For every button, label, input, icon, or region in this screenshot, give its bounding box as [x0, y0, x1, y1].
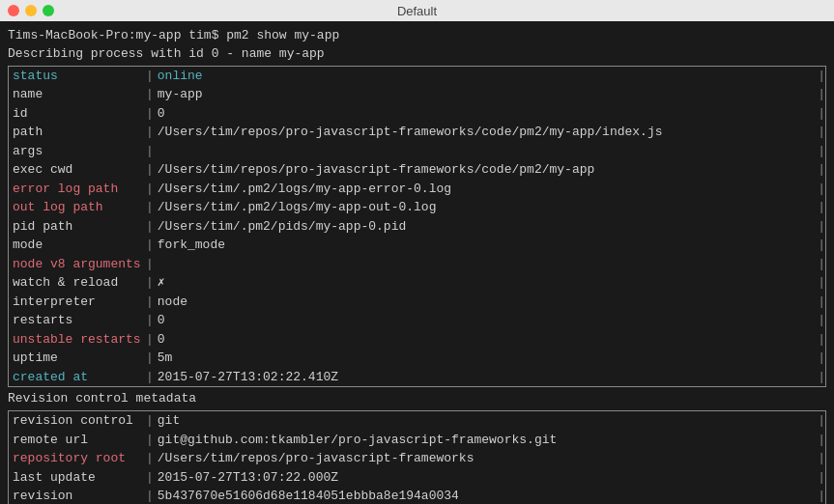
row-separator: |	[142, 85, 158, 104]
row-value: /Users/tim/repos/pro-javascript-framewor…	[158, 160, 818, 180]
window-controls	[8, 5, 54, 16]
right-pipe: |	[818, 160, 825, 180]
right-pipe: |	[818, 142, 825, 161]
row-value: 5b437670e51606d68e1184051ebbba8e194a0034	[158, 487, 818, 504]
title-bar: Default	[0, 0, 834, 21]
right-pipe: |	[818, 180, 825, 199]
table-row: created at| 2015-07-27T13:02:22.410Z |	[9, 368, 825, 387]
row-value: /Users/tim/.pm2/pids/my-app-0.pid	[158, 217, 818, 237]
row-separator: |	[142, 236, 158, 255]
row-separator: |	[142, 411, 158, 431]
row-value: 0	[158, 104, 818, 124]
row-separator: |	[142, 255, 158, 274]
row-key: id	[9, 104, 142, 124]
right-pipe: |	[818, 349, 825, 368]
row-key: created at	[9, 368, 142, 387]
table-row: mode| fork_mode |	[9, 236, 825, 255]
row-separator: |	[142, 468, 158, 488]
table-row: status| online |	[9, 67, 825, 86]
row-value: ✗	[158, 273, 818, 293]
row-separator: |	[142, 449, 158, 468]
row-separator: |	[142, 217, 158, 237]
right-pipe: |	[818, 449, 825, 468]
table-row: repository root| /Users/tim/repos/pro-ja…	[9, 449, 825, 468]
terminal-window: Default Tims-MacBook-Pro:my-app tim$ pm2…	[0, 0, 834, 504]
right-pipe: |	[818, 255, 825, 274]
window-title: Default	[397, 4, 437, 18]
row-key: uptime	[9, 349, 142, 368]
row-key: revision control	[9, 411, 142, 431]
row-value	[158, 255, 818, 274]
row-separator: |	[142, 273, 158, 293]
row-key: revision	[9, 487, 142, 504]
row-key: status	[9, 67, 142, 86]
right-pipe: |	[818, 468, 825, 488]
row-separator: |	[142, 330, 158, 350]
right-pipe: |	[818, 123, 825, 142]
minimize-button[interactable]	[25, 5, 37, 16]
table-row: name| my-app |	[9, 85, 825, 104]
row-value: /Users/tim/.pm2/logs/my-app-out-0.log	[158, 198, 818, 217]
table-row: pid path| /Users/tim/.pm2/pids/my-app-0.…	[9, 217, 825, 237]
row-value: 0	[158, 311, 818, 330]
row-separator: |	[142, 293, 158, 312]
row-value: 2015-07-27T13:07:22.000Z	[158, 468, 818, 488]
row-key: args	[9, 142, 142, 161]
table-row: unstable restarts| 0 |	[9, 330, 825, 350]
right-pipe: |	[818, 67, 825, 86]
table-row: id| 0 |	[9, 104, 825, 124]
row-value: git	[158, 411, 818, 431]
row-value: /Users/tim/repos/pro-javascript-framewor…	[158, 123, 818, 142]
right-pipe: |	[818, 85, 825, 104]
right-pipe: |	[818, 293, 825, 312]
row-key: pid path	[9, 217, 142, 237]
table-row: error log path| /Users/tim/.pm2/logs/my-…	[9, 180, 825, 199]
right-pipe: |	[818, 273, 825, 293]
row-key: last update	[9, 468, 142, 488]
right-pipe: |	[818, 368, 825, 387]
row-key: path	[9, 123, 142, 142]
row-value: my-app	[158, 85, 818, 104]
row-key: repository root	[9, 449, 142, 468]
row-separator: |	[142, 431, 158, 450]
row-separator: |	[142, 368, 158, 387]
row-separator: |	[142, 349, 158, 368]
close-button[interactable]	[8, 5, 19, 16]
row-value: /Users/tim/.pm2/logs/my-app-error-0.log	[158, 180, 818, 199]
table-row: restarts| 0 |	[9, 311, 825, 330]
right-pipe: |	[818, 431, 825, 450]
table-row: node v8 arguments| |	[9, 255, 825, 274]
row-value: 0	[158, 330, 818, 350]
table-row: path| /Users/tim/repos/pro-javascript-fr…	[9, 123, 825, 142]
right-pipe: |	[818, 411, 825, 431]
row-key: watch & reload	[9, 273, 142, 293]
describe-line: Describing process with id 0 - name my-a…	[8, 45, 826, 64]
row-key: unstable restarts	[9, 330, 142, 350]
right-pipe: |	[818, 236, 825, 255]
right-pipe: |	[818, 311, 825, 330]
row-value: node	[158, 293, 818, 312]
table-row: last update| 2015-07-27T13:07:22.000Z |	[9, 468, 825, 488]
maximize-button[interactable]	[43, 5, 54, 16]
row-key: remote url	[9, 431, 142, 450]
row-value: /Users/tim/repos/pro-javascript-framewor…	[158, 449, 818, 468]
row-value: 5m	[158, 349, 818, 368]
row-key: mode	[9, 236, 142, 255]
right-pipe: |	[818, 104, 825, 124]
table-row: interpreter| node |	[9, 293, 825, 312]
table-row: out log path| /Users/tim/.pm2/logs/my-ap…	[9, 198, 825, 217]
row-separator: |	[142, 104, 158, 124]
row-separator: |	[142, 123, 158, 142]
terminal-body[interactable]: Tims-MacBook-Pro:my-app tim$ pm2 show my…	[0, 21, 834, 504]
revision-title: Revision control metadata	[8, 390, 826, 408]
row-key: name	[9, 85, 142, 104]
table-row: revision| 5b437670e51606d68e1184051ebbba…	[9, 487, 825, 504]
table-row: watch & reload| ✗ |	[9, 273, 825, 293]
row-separator: |	[142, 160, 158, 180]
row-separator: |	[142, 142, 158, 161]
row-value: online	[158, 67, 818, 86]
right-pipe: |	[818, 198, 825, 217]
row-key: interpreter	[9, 293, 142, 312]
right-pipe: |	[818, 487, 825, 504]
table-row: remote url| git@github.com:tkambler/pro-…	[9, 431, 825, 450]
